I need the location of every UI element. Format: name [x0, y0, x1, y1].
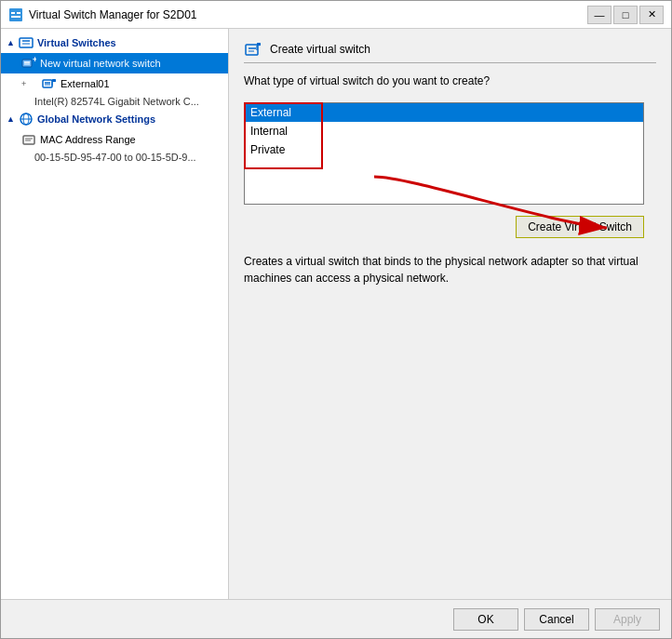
- virtual-switches-icon: [19, 35, 34, 50]
- apply-button[interactable]: Apply: [595, 608, 660, 631]
- maximize-button[interactable]: □: [613, 6, 638, 24]
- switch-type-internal[interactable]: Internal: [245, 122, 643, 140]
- sidebar-section-virtual-switches[interactable]: ▲ Virtual Switches: [1, 33, 228, 53]
- title-bar: Virtual Switch Manager for S2D01 — □ ✕: [1, 1, 671, 29]
- main-window: Virtual Switch Manager for S2D01 — □ ✕ ▲…: [0, 0, 672, 639]
- ok-button[interactable]: OK: [453, 608, 518, 631]
- global-network-label: Global Network Settings: [37, 113, 155, 125]
- svg-rect-3: [11, 16, 20, 18]
- svg-rect-4: [20, 38, 33, 47]
- sidebar-item-external01[interactable]: + External01: [1, 73, 228, 94]
- cancel-button[interactable]: Cancel: [524, 608, 589, 631]
- new-switch-icon: +: [21, 56, 36, 71]
- question-text: What type of virtual switch do you want …: [244, 74, 656, 87]
- window-icon: [8, 7, 23, 22]
- close-button[interactable]: ✕: [639, 6, 664, 24]
- panel-header: Create virtual switch: [244, 40, 656, 63]
- new-virtual-switch-label: New virtual network switch: [40, 58, 161, 69]
- sidebar-subitem-external01-adapter: Intel(R) 82574L Gigabit Network C...: [1, 94, 228, 109]
- svg-rect-22: [246, 45, 258, 55]
- create-virtual-switch-button[interactable]: Create Virtual Switch: [516, 216, 644, 238]
- external01-icon: [42, 76, 57, 91]
- create-btn-row: Create Virtual Switch: [244, 216, 644, 238]
- switch-type-external[interactable]: External: [245, 103, 643, 122]
- svg-rect-2: [17, 12, 20, 14]
- svg-rect-14: [52, 79, 56, 82]
- list-wrapper: External Internal Private: [244, 102, 644, 205]
- global-network-icon: [19, 112, 34, 126]
- sidebar-subitem-mac-value: 00-15-5D-95-47-00 to 00-15-5D-9...: [1, 150, 228, 165]
- sidebar: ▲ Virtual Switches + New virtual network…: [1, 29, 229, 599]
- bottom-bar: OK Cancel Apply: [1, 599, 671, 638]
- svg-rect-1: [11, 12, 15, 14]
- title-controls: — □ ✕: [587, 6, 664, 24]
- minimize-button[interactable]: —: [587, 6, 612, 24]
- svg-text:+: +: [33, 56, 36, 64]
- external01-sub-label: Intel(R) 82574L Gigabit Network C...: [34, 96, 199, 107]
- main-panel: Create virtual switch What type of virtu…: [229, 29, 671, 599]
- external01-label: External01: [60, 78, 110, 89]
- expand-arrow-icon-2: ▲: [7, 114, 15, 124]
- virtual-switches-label: Virtual Switches: [37, 37, 116, 48]
- window-title: Virtual Switch Manager for S2D01: [29, 8, 197, 21]
- panel-title: Create virtual switch: [270, 43, 370, 56]
- panel-header-icon: [244, 40, 262, 59]
- switch-type-private[interactable]: Private: [245, 140, 643, 159]
- description-text: Creates a virtual switch that binds to t…: [244, 253, 644, 286]
- content-area: ▲ Virtual Switches + New virtual network…: [1, 29, 671, 599]
- expand-arrow-icon: ▲: [7, 38, 15, 47]
- mac-range-label: MAC Address Range: [40, 134, 136, 145]
- svg-rect-25: [257, 43, 261, 46]
- switch-type-list[interactable]: External Internal Private: [244, 102, 644, 205]
- mac-range-icon: [21, 132, 36, 147]
- mac-range-value: 00-15-5D-95-47-00 to 00-15-5D-9...: [34, 152, 196, 163]
- sidebar-section-global-network[interactable]: ▲ Global Network Settings: [1, 109, 228, 129]
- svg-rect-0: [9, 8, 22, 21]
- sidebar-item-new-virtual-switch[interactable]: + New virtual network switch: [1, 53, 228, 73]
- svg-rect-7: [22, 60, 32, 67]
- sidebar-item-mac-range[interactable]: MAC Address Range: [1, 129, 228, 150]
- plus-icon: +: [21, 79, 36, 88]
- svg-rect-11: [43, 80, 52, 87]
